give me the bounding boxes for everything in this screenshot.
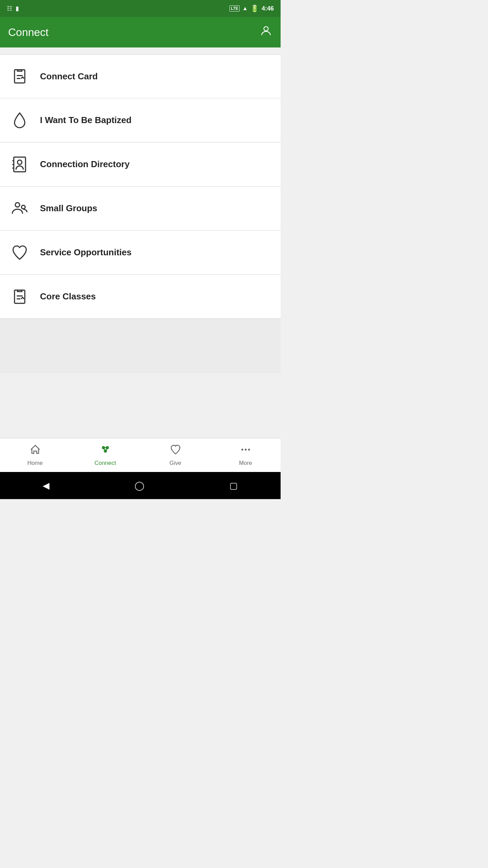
home-button[interactable]: ◯ — [135, 480, 144, 491]
bottom-nav: Home Connect Give — [0, 438, 281, 472]
core-classes-label: Core Classes — [40, 291, 96, 302]
home-nav-icon — [29, 444, 41, 458]
menu-item-small-groups[interactable]: Small Groups — [0, 186, 281, 231]
svg-point-9 — [15, 202, 20, 207]
svg-point-5 — [18, 160, 22, 164]
menu-item-baptized[interactable]: I Want To Be Baptized — [0, 98, 281, 142]
small-groups-label: Small Groups — [40, 203, 97, 214]
svg-point-22 — [248, 449, 250, 451]
nav-item-more[interactable]: More — [210, 438, 281, 472]
connect-nav-label: Connect — [95, 460, 116, 467]
menu-item-core-classes[interactable]: Core Classes — [0, 275, 281, 319]
page-title: Connect — [8, 26, 48, 39]
clipboard2-icon — [9, 287, 30, 307]
connect-card-label: Connect Card — [40, 71, 98, 82]
svg-point-20 — [241, 449, 243, 451]
clipboard-icon — [9, 66, 30, 86]
main-content: Connect Card I Want To Be Baptized Conne… — [0, 54, 281, 373]
recents-button[interactable]: ▢ — [229, 480, 238, 491]
nav-item-home[interactable]: Home — [0, 438, 70, 472]
give-nav-icon — [170, 444, 181, 458]
connection-directory-label: Connection Directory — [40, 159, 129, 170]
status-bar-left: ☷ ▮ — [7, 5, 19, 12]
app-header: Connect — [0, 17, 281, 47]
more-nav-icon — [240, 444, 251, 458]
signal-icon: ▲ — [242, 5, 248, 12]
app-icon: ▮ — [16, 5, 19, 12]
menu-item-connect-card[interactable]: Connect Card — [0, 54, 281, 98]
notification-icon: ☷ — [7, 5, 12, 12]
nav-item-give[interactable]: Give — [140, 438, 210, 472]
lte-badge: LTE — [229, 5, 240, 12]
status-bar-right: LTE ▲ 🔋 4:46 — [229, 4, 274, 13]
menu-item-service-opportunities[interactable]: Service Opportunities — [0, 231, 281, 275]
svg-point-10 — [21, 205, 25, 209]
droplet-icon — [9, 110, 30, 131]
baptized-label: I Want To Be Baptized — [40, 115, 131, 125]
connect-nav-icon — [100, 444, 111, 458]
give-nav-label: Give — [169, 460, 181, 467]
service-opportunities-label: Service Opportunities — [40, 247, 131, 258]
profile-button[interactable] — [260, 24, 272, 40]
status-bar: ☷ ▮ LTE ▲ 🔋 4:46 — [0, 0, 281, 17]
svg-point-0 — [264, 26, 268, 31]
home-nav-label: Home — [27, 460, 43, 467]
more-nav-label: More — [239, 460, 252, 467]
group-icon — [9, 198, 30, 219]
menu-item-connection-directory[interactable]: Connection Directory — [0, 142, 281, 186]
system-nav-bar: ◀ ◯ ▢ — [0, 472, 281, 499]
battery-icon: 🔋 — [250, 4, 259, 13]
svg-point-21 — [245, 449, 247, 451]
back-button[interactable]: ◀ — [43, 480, 49, 491]
content-gap — [0, 319, 281, 373]
contacts-icon — [9, 154, 30, 175]
heart-icon — [9, 242, 30, 263]
status-time: 4:46 — [262, 5, 274, 12]
nav-item-connect[interactable]: Connect — [70, 438, 140, 472]
